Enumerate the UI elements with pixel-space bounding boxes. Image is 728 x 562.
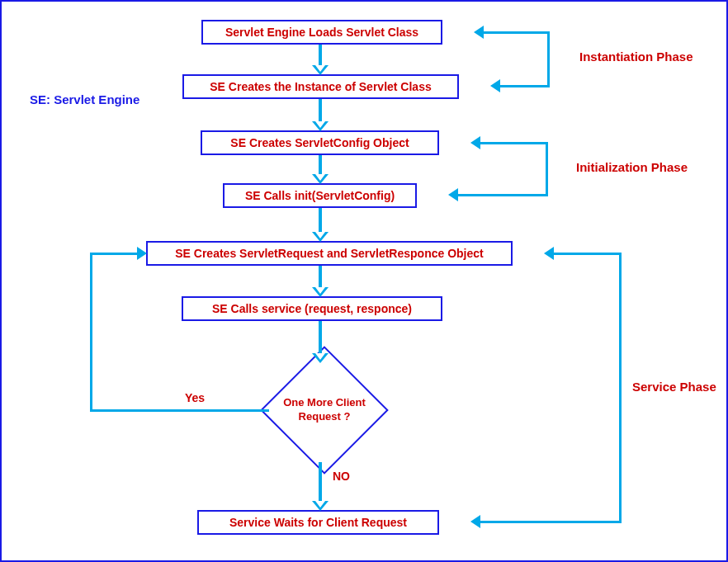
- box-load-class: Servlet Engine Loads Servlet Class: [201, 20, 442, 45]
- box-req-res: SE Creates ServletRequest and ServletRes…: [146, 241, 513, 266]
- arrow-down-6: [314, 321, 327, 362]
- flowchart-canvas: SE: Servlet Engine Servlet Engine Loads …: [0, 0, 728, 562]
- decision-text: One More Client Request ?: [262, 357, 386, 464]
- arrow-down-4: [314, 208, 327, 241]
- arrow-down-7: [314, 462, 327, 510]
- label-yes: Yes: [185, 391, 205, 404]
- phase-initialization: Initialization Phase: [576, 160, 688, 174]
- legend-text: SE: Servlet Engine: [30, 92, 139, 106]
- decision-more-request: One More Client Request ?: [262, 357, 386, 464]
- arrow-down-2: [314, 99, 327, 130]
- arrow-down-5: [314, 266, 327, 296]
- phase-instantiation: Instantiation Phase: [579, 50, 693, 64]
- phase-service: Service Phase: [632, 380, 716, 394]
- box-create-instance: SE Creates the Instance of Servlet Class: [182, 74, 459, 99]
- label-no: NO: [333, 470, 350, 483]
- box-init: SE Calls init(ServletConfig): [223, 183, 417, 208]
- box-servletconfig: SE Creates ServletConfig Object: [201, 130, 439, 155]
- arrow-down-1: [314, 45, 327, 74]
- box-service: SE Calls service (request, responce): [182, 296, 442, 321]
- box-wait: Service Waits for Client Request: [197, 510, 439, 535]
- arrow-down-3: [314, 155, 327, 183]
